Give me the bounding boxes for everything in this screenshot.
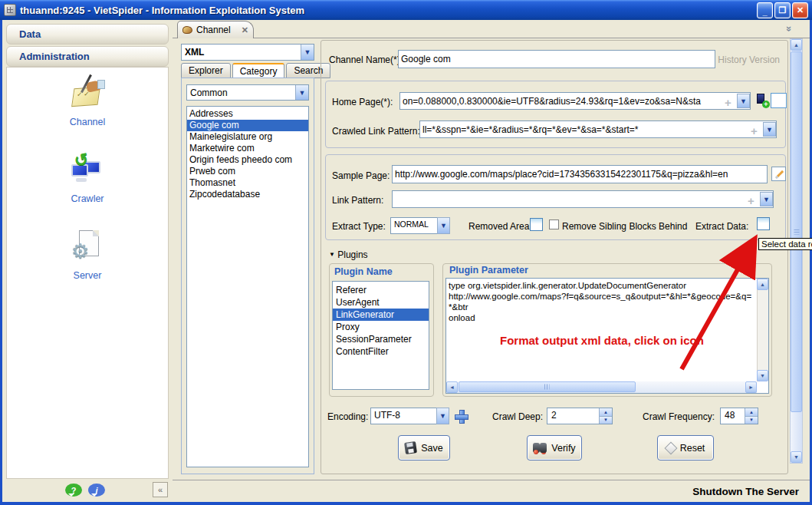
view-menu-icon[interactable]: » xyxy=(784,26,795,30)
list-item[interactable]: Marketwire com xyxy=(187,143,308,154)
history-version-label: History Version xyxy=(718,54,780,65)
chevron-down-icon[interactable]: ▼ xyxy=(737,94,750,108)
list-item-selected[interactable]: LinkGenerator xyxy=(333,309,429,321)
encoding-select[interactable]: UTF-8 ▼ xyxy=(370,408,449,424)
chevron-down-icon[interactable]: ▼ xyxy=(301,45,314,60)
extract-type-value: NORMAL xyxy=(394,219,429,229)
plugins-section-header[interactable]: ▼ Plugins xyxy=(329,249,368,260)
list-item[interactable]: SessionParameter xyxy=(333,333,429,345)
add-page-icon[interactable]: + xyxy=(756,94,769,107)
chevron-down-icon[interactable]: ▼ xyxy=(436,408,449,424)
list-item[interactable]: Origin feeds pheedo com xyxy=(187,154,308,166)
list-item[interactable]: Referer xyxy=(333,284,429,296)
plugin-parameter-textarea[interactable]: type org.vietspider.link.generator.Updat… xyxy=(445,278,769,394)
crawl-deep-spinner[interactable]: 2 ▲ ▼ xyxy=(547,408,613,424)
main-area: Channel ✕ » XML ▼ Explorer Category Sear… xyxy=(173,20,810,502)
list-item[interactable]: Mainelegislature org xyxy=(187,131,308,143)
crawl-deep-label: Crawl Deep: xyxy=(492,411,543,422)
verify-button-label: Verify xyxy=(551,443,575,454)
section-data-label: Data xyxy=(19,28,41,40)
hscroll-thumb[interactable] xyxy=(459,381,636,392)
list-item[interactable]: Thomasnet xyxy=(187,177,308,189)
remove-sibling-checkbox[interactable] xyxy=(549,219,559,229)
tab-channel[interactable]: Channel ✕ xyxy=(177,21,254,38)
tab-explorer[interactable]: Explorer xyxy=(181,63,231,78)
vscroll-thumb[interactable] xyxy=(791,51,802,412)
add-encoding-icon[interactable] xyxy=(455,410,467,422)
scroll-up-icon[interactable]: ▲ xyxy=(791,39,802,51)
category-select-value: Common xyxy=(190,87,228,98)
scroll-up-icon[interactable]: ▲ xyxy=(757,279,768,290)
list-item[interactable]: ContentFilter xyxy=(333,345,429,358)
channel-name-field[interactable] xyxy=(398,50,715,68)
maximize-button[interactable]: ❐ xyxy=(774,2,791,18)
close-button[interactable]: ✕ xyxy=(792,2,808,18)
chevron-down-icon[interactable]: ▼ xyxy=(763,122,776,137)
parameter-vscrollbar[interactable]: ▲ ▼ xyxy=(757,279,768,381)
crawled-link-pattern-field[interactable] xyxy=(419,120,777,138)
spinner-up-icon[interactable]: ▲ xyxy=(600,408,612,417)
verify-button[interactable]: Verify xyxy=(527,435,582,460)
list-item[interactable]: Addresses xyxy=(187,108,308,120)
sample-page-label: Sample Page: xyxy=(332,170,390,181)
spinner-up-icon[interactable]: ▲ xyxy=(745,408,758,417)
home-page-checkbox[interactable] xyxy=(771,93,787,108)
edit-sample-button[interactable] xyxy=(771,167,786,181)
collapse-sidebar-button[interactable]: « xyxy=(153,482,168,497)
link-pattern-field[interactable] xyxy=(392,190,774,208)
info-icon[interactable]: i xyxy=(88,484,105,497)
chevron-down-icon[interactable]: ▼ xyxy=(437,217,450,234)
list-item-selected[interactable]: Google com xyxy=(187,120,308,131)
sidebar-section-administration[interactable]: Administration xyxy=(6,46,169,67)
crawl-frequency-spinner[interactable]: 48 ▲ ▼ xyxy=(720,408,758,424)
chevron-down-icon[interactable]: ▼ xyxy=(760,192,773,206)
reset-button[interactable]: Reset xyxy=(657,435,714,460)
chevron-down-icon[interactable]: ▼ xyxy=(295,85,308,100)
channel-tab-icon xyxy=(182,26,192,34)
minimize-button[interactable]: _ xyxy=(757,2,773,18)
type-select[interactable]: XML ▼ xyxy=(181,44,314,61)
list-item[interactable]: UserAgent xyxy=(333,296,429,309)
plugin-parameter-group: Plugin Parameter type org.vietspider.lin… xyxy=(442,263,772,397)
tab-category[interactable]: Category xyxy=(232,63,285,79)
tab-channel-label: Channel xyxy=(196,25,231,35)
encoding-value: UTF-8 xyxy=(374,410,400,421)
sidebar-item-server[interactable]: ⚙ Server xyxy=(70,229,105,281)
window-title: thuannd:9245 - VietSpider - Information … xyxy=(20,5,304,16)
save-button[interactable]: Save xyxy=(398,435,450,460)
plugin-name-group: Plugin Name Referer UserAgent LinkGenera… xyxy=(329,263,434,397)
extract-data-checkbox[interactable] xyxy=(757,217,770,230)
tooltip-text: Select data re xyxy=(761,239,812,249)
sidebar-item-crawler-label: Crawler xyxy=(71,193,104,204)
main-vscrollbar[interactable]: ▲ ▼ xyxy=(790,38,803,464)
list-item[interactable]: Zipcodedatabase xyxy=(187,189,308,200)
remove-sibling-label: Remove Sibling Blocks Behind xyxy=(562,221,687,232)
parameter-hscrollbar[interactable]: ◄ ► xyxy=(446,381,757,393)
list-item[interactable]: Proxy xyxy=(333,321,429,333)
scroll-down-icon[interactable]: ▼ xyxy=(757,370,768,381)
list-item[interactable]: Prweb com xyxy=(187,166,308,177)
home-page-field[interactable] xyxy=(399,92,751,110)
sidebar-section-data[interactable]: Data xyxy=(6,24,169,45)
sidebar-item-crawler[interactable]: ↺ Crawler xyxy=(70,152,105,204)
channel-icon xyxy=(70,75,105,111)
add-pattern-icon[interactable]: + xyxy=(748,195,754,206)
scroll-left-icon[interactable]: ◄ xyxy=(446,381,458,393)
add-pattern-icon[interactable]: + xyxy=(725,97,731,108)
scroll-down-icon[interactable]: ▼ xyxy=(791,451,802,463)
minimize-icon: _ xyxy=(762,7,767,16)
crawl-deep-value: 2 xyxy=(551,410,557,421)
spinner-down-icon[interactable]: ▼ xyxy=(745,417,758,424)
add-pattern-icon[interactable]: + xyxy=(751,125,758,137)
sidebar-item-server-label: Server xyxy=(74,270,102,281)
tab-close-icon[interactable]: ✕ xyxy=(242,25,248,35)
shutdown-server-text: Shutdown The Server xyxy=(692,486,799,497)
sidebar-item-channel[interactable]: Channel xyxy=(70,75,106,127)
extract-type-select[interactable]: NORMAL ▼ xyxy=(390,217,450,234)
sample-page-field[interactable] xyxy=(392,165,768,183)
removed-area-checkbox[interactable] xyxy=(530,218,543,231)
scroll-right-icon[interactable]: ► xyxy=(745,381,757,393)
category-select[interactable]: Common ▼ xyxy=(186,84,309,101)
help-icon[interactable]: ? xyxy=(65,484,82,497)
spinner-down-icon[interactable]: ▼ xyxy=(600,417,612,424)
